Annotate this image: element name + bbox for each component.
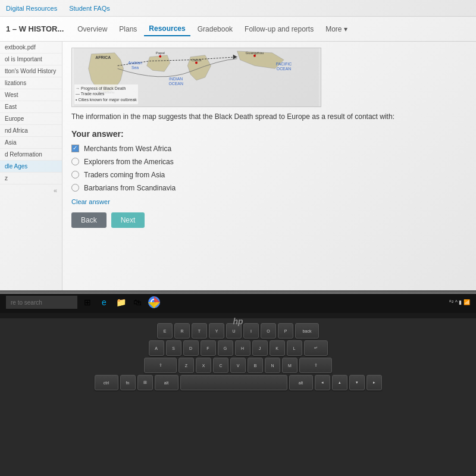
key-s[interactable]: S — [166, 340, 181, 356]
sidebar-item-4[interactable]: West — [0, 89, 62, 101]
sidebar-item-3[interactable]: lizations — [0, 77, 62, 89]
key-win[interactable]: ⊞ — [137, 375, 153, 390]
key-o[interactable]: O — [261, 323, 276, 339]
taskbar-search[interactable] — [6, 296, 77, 309]
option-1[interactable]: Explorers from the Americas — [71, 158, 467, 166]
option-2[interactable]: Traders coming from Asia — [71, 171, 467, 179]
clear-answer-link[interactable]: Clear answer — [71, 198, 467, 205]
taskbar-system-tray: ᴿ² ^ ▮ 📶 — [449, 299, 470, 305]
nav-resources[interactable]: Resources — [144, 22, 190, 36]
sidebar-item-10[interactable]: dle Ages — [0, 161, 62, 173]
option-3[interactable]: Barbarians from Scandinavia — [71, 184, 467, 192]
key-space[interactable] — [180, 375, 287, 390]
key-f[interactable]: F — [201, 340, 216, 356]
nav-overview[interactable]: Overview — [73, 23, 112, 36]
key-left[interactable]: ◂ — [315, 375, 330, 390]
option-1-radio[interactable] — [71, 158, 79, 165]
key-shift-left[interactable]: ⇧ — [144, 358, 177, 373]
taskbar-windows-icon[interactable]: ⊞ — [81, 296, 94, 309]
keyboard-row-4: ctrl fn ⊞ alt alt ◂ ▴ ▾ ▸ — [0, 375, 476, 390]
key-a[interactable]: A — [149, 340, 164, 356]
key-ctrl[interactable]: ctrl — [95, 375, 118, 390]
option-0-checkbox[interactable] — [71, 145, 79, 152]
sidebar-item-2[interactable]: tton's World History — [0, 65, 62, 77]
key-n[interactable]: N — [265, 358, 280, 373]
svg-point-14 — [253, 55, 256, 57]
nav-gradebook[interactable]: Gradebook — [193, 23, 237, 36]
keyboard-row-2: A S D F G H J K L ↵ — [0, 340, 476, 356]
sidebar-item-8[interactable]: Asia — [0, 137, 62, 149]
sidebar-item-9[interactable]: d Reformation — [0, 149, 62, 161]
key-x[interactable]: X — [196, 358, 211, 373]
nav-more[interactable]: More ▾ — [321, 23, 352, 36]
key-alt-right[interactable]: alt — [289, 375, 313, 390]
key-alt[interactable]: alt — [155, 375, 178, 390]
key-h[interactable]: H — [235, 340, 250, 356]
system-tray-icons: ᴿ² ^ ▮ 📶 — [449, 299, 470, 305]
svg-text:PACIFIC: PACIFIC — [276, 62, 292, 66]
key-down[interactable]: ▾ — [349, 375, 365, 390]
sidebar: extbook.pdf ol is Important tton's World… — [0, 42, 62, 292]
option-2-radio[interactable] — [71, 171, 79, 178]
nav-links: Overview Plans Resources Gradebook Follo… — [73, 22, 352, 36]
key-p[interactable]: P — [278, 323, 293, 339]
nav-plans[interactable]: Plans — [114, 23, 142, 36]
taskbar-explorer-icon[interactable]: 📁 — [114, 296, 127, 309]
key-v[interactable]: V — [230, 358, 246, 373]
svg-text:OCEAN: OCEAN — [277, 67, 291, 71]
back-button[interactable]: Back — [71, 212, 107, 228]
key-r[interactable]: R — [174, 323, 190, 339]
sidebar-collapse-btn[interactable]: « — [0, 184, 62, 196]
resource-bar: Digital Resources Student FAQs — [0, 0, 476, 17]
laptop-hinge — [0, 290, 476, 294]
legend-line3: • Cities known for major outbreak — [76, 97, 137, 103]
sidebar-item-0[interactable]: extbook.pdf — [0, 42, 62, 54]
sidebar-item-5[interactable]: East — [0, 101, 62, 113]
option-3-radio[interactable] — [71, 184, 79, 192]
option-0[interactable]: Merchants from West Africa — [71, 145, 467, 153]
svg-text:OCEAN: OCEAN — [168, 82, 183, 86]
taskbar-store-icon[interactable]: 🛍 — [131, 296, 144, 309]
svg-text:AFRICA: AFRICA — [95, 55, 111, 60]
student-faqs-link[interactable]: Student FAQs — [69, 5, 109, 12]
option-2-label: Traders coming from Asia — [84, 171, 165, 179]
nav-title: 1 – W HISTOR... — [6, 24, 64, 33]
answer-options: Merchants from West Africa Explorers fro… — [71, 145, 467, 192]
key-backspace[interactable]: back — [295, 323, 319, 339]
key-y[interactable]: Y — [209, 323, 224, 339]
key-shift-right[interactable]: ⇧ — [299, 358, 332, 373]
hp-logo: hp — [229, 315, 247, 327]
key-z[interactable]: Z — [178, 358, 194, 373]
option-0-label: Merchants from West Africa — [84, 145, 171, 153]
sidebar-item-11[interactable]: z — [0, 173, 62, 184]
key-e[interactable]: E — [157, 323, 173, 339]
taskbar: ⊞ e 📁 🛍 ᴿ² ^ ▮ 📶 — [0, 292, 476, 313]
svg-text:Papal: Papal — [156, 51, 165, 55]
sidebar-item-1[interactable]: ol is Important — [0, 54, 62, 65]
key-l[interactable]: L — [287, 340, 302, 356]
key-j[interactable]: J — [252, 340, 268, 356]
svg-text:Guangzhou: Guangzhou — [246, 51, 264, 55]
key-fn[interactable]: fn — [120, 375, 136, 390]
key-t[interactable]: T — [192, 323, 207, 339]
key-enter[interactable]: ↵ — [304, 340, 328, 356]
key-g[interactable]: G — [218, 340, 233, 356]
svg-text:INDIAN: INDIAN — [169, 77, 183, 81]
key-d[interactable]: D — [183, 340, 199, 356]
key-c[interactable]: C — [213, 358, 228, 373]
next-button[interactable]: Next — [111, 212, 145, 228]
key-k[interactable]: K — [270, 340, 285, 356]
taskbar-chrome-icon[interactable] — [148, 296, 161, 309]
nav-follow-up[interactable]: Follow-up and reports — [240, 23, 318, 36]
svg-text:Arabian: Arabian — [128, 61, 142, 65]
key-m[interactable]: M — [282, 358, 298, 373]
digital-resources-link[interactable]: Digital Resources — [6, 5, 57, 12]
key-right[interactable]: ▸ — [367, 375, 382, 390]
button-row: Back Next — [71, 212, 467, 228]
map-container: Arabian Sea INDIAN OCEAN PACIFIC OCEAN A… — [71, 48, 321, 107]
key-up[interactable]: ▴ — [332, 375, 347, 390]
key-b[interactable]: B — [248, 358, 263, 373]
taskbar-edge-icon[interactable]: e — [98, 296, 111, 309]
sidebar-item-7[interactable]: nd Africa — [0, 125, 62, 137]
sidebar-item-6[interactable]: Europe — [0, 113, 62, 125]
